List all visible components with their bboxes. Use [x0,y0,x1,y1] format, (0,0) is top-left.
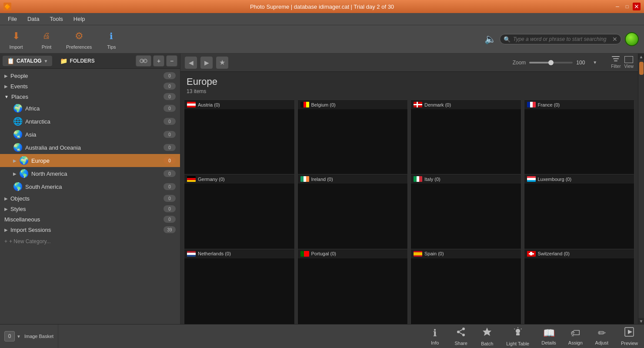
menu-file[interactable]: File [3,14,21,23]
australia-badge: 0 [164,144,176,151]
info-icon: ℹ [433,328,437,339]
details-icon: 📖 [543,328,555,339]
gallery-item-spain[interactable]: Spain (0) [410,249,521,324]
events-label: Events [10,83,161,90]
maximize-button[interactable]: □ [623,3,631,10]
scroll-down-icon[interactable]: ▼ [638,318,644,324]
tips-button[interactable]: ℹ Tips [100,29,122,50]
svg-line-13 [514,328,515,329]
italy-header: Italy (0) [411,174,521,184]
menu-help[interactable]: Help [69,14,90,23]
preferences-label: Preferences [66,44,92,50]
luxembourg-label: Luxembourg (0) [538,177,572,182]
sidebar-item-asia[interactable]: 🌏 Asia 0 [0,128,180,141]
ireland-header: Ireland (0) [298,174,408,184]
asia-badge: 0 [164,131,176,138]
sidebar-item-styles[interactable]: ▶ Styles 0 [0,204,180,214]
svg-line-6 [460,333,463,335]
sidebar-item-africa[interactable]: 🌍 Africa 0 [0,102,180,115]
remove-category-button[interactable]: − [166,55,177,67]
objects-label: Objects [10,195,161,202]
main-layout: 📋 CATALOG ▼ 📁 FOLDERS + − [0,54,644,324]
favorite-button[interactable]: ★ [216,57,228,69]
zoom-slider-fill [529,62,551,64]
assign-button[interactable]: 🏷 Assign [562,325,589,348]
lighttable-button[interactable]: Light Table [500,325,535,348]
close-button[interactable]: ✕ [633,3,641,10]
print-button[interactable]: 🖨 Print [36,29,57,50]
svg-line-7 [460,330,463,331]
image-basket[interactable]: 0 ▼ Image Basket [0,325,58,348]
gallery-count: 13 items [187,88,632,94]
styles-arrow-icon: ▶ [4,207,8,211]
search-input[interactable] [513,36,610,42]
link-button[interactable] [136,55,151,67]
austria-flag [187,102,196,107]
sidebar-item-australia[interactable]: 🌏 Australia and Oceania 0 [0,141,180,154]
minimize-button[interactable]: ─ [614,3,621,10]
sidebar-item-miscellaneous[interactable]: Miscellaneous 0 [0,214,180,224]
menu-data[interactable]: Data [23,14,43,23]
new-category-button[interactable]: + + New Category... [0,235,180,248]
sidebar-item-objects[interactable]: ▶ Objects 0 [0,193,180,204]
basket-dropdown-icon[interactable]: ▼ [17,334,21,339]
nav-forward-button[interactable]: ▶ [200,57,213,69]
menu-tools[interactable]: Tools [45,14,67,23]
preferences-button[interactable]: ⚙ Preferences [66,29,92,50]
africa-badge: 0 [164,105,176,112]
add-category-button[interactable]: + [153,55,164,67]
germany-label: Germany (0) [198,177,225,182]
search-clear-icon[interactable]: ✕ [612,36,617,43]
toolbar: ⬇ Import 🖨 Print ⚙ Preferences ℹ Tips 🔈 … [0,25,644,54]
sidebar-item-southamerica[interactable]: 🌎 South America 0 [0,180,180,193]
svg-marker-15 [628,330,632,334]
scroll-thumb[interactable] [639,62,644,75]
view-button[interactable]: View [624,56,634,69]
search-box[interactable]: 🔍 ✕ [500,34,621,44]
svg-rect-10 [516,333,520,335]
switzerland-thumb [524,258,634,324]
styles-label: Styles [10,206,161,212]
batch-button[interactable]: Batch [474,325,500,348]
tab-catalog[interactable]: 📋 CATALOG ▼ [3,56,52,66]
europe-arrow-icon: ▶ [13,158,17,163]
tab-folders[interactable]: 📁 FOLDERS [56,56,99,66]
speaker-icon[interactable]: 🔈 [484,33,496,45]
sidebar-item-events[interactable]: ▶ Events 0 [0,81,180,91]
europe-label: Europe [31,157,161,164]
sidebar-item-europe[interactable]: ▶ 🌍 Europe 0 [0,154,180,167]
info-button[interactable]: ℹ Info [422,325,448,348]
zoom-dropdown-icon[interactable]: ▼ [593,60,597,65]
events-arrow-icon: ▶ [4,84,8,89]
luxembourg-flag [527,176,536,182]
gallery-item-portugal[interactable]: Portugal (0) [297,249,408,324]
sidebar-item-importsessions[interactable]: ▶ Import Sessions 39 [0,224,180,235]
bottom-bar: 0 ▼ Image Basket ℹ Info Share Batch [0,324,644,348]
importsessions-label: Import Sessions [10,227,161,233]
preview-button[interactable]: Preview [615,325,644,348]
zoom-slider[interactable] [529,62,573,64]
places-arrow-icon: ▼ [4,94,9,99]
nav-back-button[interactable]: ◀ [185,57,197,69]
scroll-up-icon[interactable]: ▲ [638,54,644,60]
northamerica-arrow-icon: ▶ [13,171,17,176]
sidebar-item-northamerica[interactable]: ▶ 🌎 North America 0 [0,167,180,180]
details-button[interactable]: 📖 Details [535,325,562,348]
northamerica-icon: 🌎 [19,169,29,178]
content-area: ◀ ▶ ★ Zoom 100 ▼ Filter [180,54,638,324]
filter-button[interactable]: Filter [611,56,621,69]
sidebar-item-antarctica[interactable]: 🌐 Antarctica 0 [0,115,180,128]
adjust-button[interactable]: ✏ Adjust [589,325,615,348]
asia-label: Asia [25,131,161,138]
sidebar-item-people[interactable]: ▶ People 0 [0,70,180,81]
scroll-track [638,60,644,318]
share-button[interactable]: Share [448,325,474,348]
gallery-item-switzerland[interactable]: Switzerland (0) [524,249,635,324]
sidebar-item-places[interactable]: ▼ Places 0 [0,91,180,102]
right-scrollbar[interactable]: ▲ ▼ [638,54,644,324]
gallery-item-netherlands[interactable]: Netherlands (0) [184,249,295,324]
netherlands-label: Netherlands (0) [198,251,231,256]
places-badge: 0 [164,93,176,100]
import-button[interactable]: ⬇ Import [5,29,27,50]
portugal-header: Portugal (0) [298,249,408,258]
